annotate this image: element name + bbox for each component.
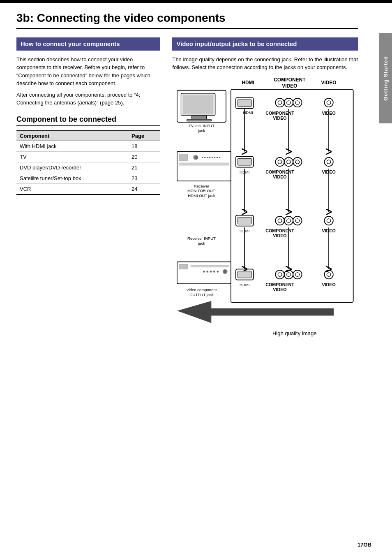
svg-point-46: [284, 157, 293, 166]
table-row: VCR24: [16, 183, 160, 195]
svg-point-87: [278, 272, 282, 276]
svg-point-78: [210, 270, 212, 272]
svg-text:High quality image: High quality image: [272, 330, 317, 336]
component-page: 24: [128, 183, 160, 195]
svg-rect-106: [231, 89, 353, 302]
svg-point-36: [219, 157, 221, 158]
svg-text:COMPONENT: COMPONENT: [274, 77, 306, 83]
svg-point-45: [278, 160, 282, 164]
component-page: 21: [128, 162, 160, 173]
svg-text:OUTPUT jack: OUTPUT jack: [190, 292, 214, 297]
svg-point-59: [278, 218, 282, 222]
svg-point-32: [209, 157, 211, 158]
svg-rect-6: [183, 95, 214, 114]
svg-rect-84: [238, 271, 251, 278]
svg-text:HDMI: HDMI: [240, 283, 250, 287]
svg-point-33: [212, 157, 213, 158]
svg-point-86: [276, 270, 284, 278]
col-header-component: Component: [16, 131, 128, 141]
svg-point-63: [296, 218, 300, 222]
svg-point-20: [325, 98, 333, 107]
svg-text:MONITOR OUT,: MONITOR OUT,: [187, 188, 216, 193]
connection-diagram: HDMI COMPONENT VIDEO VIDEO: [172, 76, 358, 360]
svg-point-49: [296, 160, 300, 164]
main-content: 3b: Connecting the video components How …: [0, 3, 379, 373]
svg-point-76: [203, 270, 205, 272]
table-row: Satellite tuner/Set-top box23: [16, 173, 160, 183]
body-text-1: This section describes how to connect yo…: [16, 56, 160, 88]
svg-text:HDMI OUT jack: HDMI OUT jack: [188, 193, 216, 198]
svg-point-21: [327, 100, 331, 104]
svg-text:VIDEO: VIDEO: [273, 174, 287, 179]
svg-text:VIDEO: VIDEO: [322, 282, 336, 287]
svg-rect-12: [238, 100, 251, 107]
svg-text:Receiver: Receiver: [194, 183, 210, 188]
svg-text:TV, etc. INPUT: TV, etc. INPUT: [189, 123, 214, 128]
svg-text:COMPONENT: COMPONENT: [266, 169, 295, 174]
diagram-container: HDMI COMPONENT VIDEO VIDEO: [172, 76, 358, 361]
svg-point-92: [325, 270, 333, 278]
svg-text:VIDEO: VIDEO: [322, 228, 336, 233]
svg-point-28: [195, 156, 198, 159]
svg-point-77: [207, 270, 209, 272]
svg-rect-56: [238, 217, 251, 224]
component-page: 18: [128, 141, 160, 151]
left-column: How to connect your components This sect…: [16, 37, 160, 361]
page-title: 3b: Connecting the video components: [16, 12, 358, 29]
svg-point-48: [293, 157, 302, 166]
svg-point-91: [296, 272, 300, 276]
svg-text:COMPONENT: COMPONENT: [266, 111, 295, 116]
how-to-connect-header: How to connect your components: [16, 37, 160, 51]
svg-point-80: [217, 270, 219, 272]
component-name: DVD player/DVD recorder: [16, 162, 128, 173]
svg-text:COMPONENT: COMPONENT: [266, 228, 295, 233]
svg-rect-42: [238, 158, 251, 165]
svg-point-79: [213, 270, 215, 272]
svg-point-90: [293, 270, 302, 278]
svg-point-14: [276, 98, 284, 107]
svg-rect-8: [187, 119, 212, 121]
component-name: With HDMI jack: [16, 141, 128, 151]
svg-point-15: [278, 100, 282, 104]
svg-point-60: [284, 216, 293, 225]
col-header-page: Page: [128, 131, 160, 141]
svg-point-58: [276, 216, 284, 225]
component-table: Component Page With HDMI jack18TV20DVD p…: [16, 130, 160, 195]
svg-text:VIDEO: VIDEO: [322, 111, 336, 116]
svg-point-62: [293, 216, 302, 225]
table-row: TV20: [16, 151, 160, 162]
video-io-header: Video input/output jacks to be connected: [172, 37, 358, 51]
two-column-layout: How to connect your components This sect…: [16, 37, 358, 361]
side-tab: Getting Started: [379, 33, 392, 123]
top-bar: [0, 0, 392, 3]
component-table-header: Component to be connected: [16, 115, 160, 126]
svg-point-51: [327, 160, 331, 164]
svg-text:VIDEO: VIDEO: [321, 80, 337, 86]
svg-point-17: [287, 100, 291, 104]
right-column: Video input/output jacks to be connected…: [172, 37, 358, 361]
page-container: Getting Started 3b: Connecting the video…: [0, 0, 392, 556]
svg-marker-107: [177, 301, 334, 323]
svg-rect-73: [191, 265, 229, 267]
component-name: TV: [16, 151, 128, 162]
svg-point-75: [224, 270, 226, 273]
svg-point-65: [327, 218, 331, 222]
side-tab-label: Getting Started: [383, 56, 389, 101]
svg-text:COMPONENT: COMPONENT: [266, 282, 295, 287]
svg-text:VIDEO: VIDEO: [282, 83, 297, 88]
component-page: 23: [128, 173, 160, 183]
component-name: VCR: [16, 183, 128, 195]
svg-point-93: [327, 272, 331, 276]
svg-text:Video component: Video component: [187, 287, 217, 292]
svg-rect-7: [192, 115, 207, 119]
svg-point-29: [202, 157, 203, 158]
svg-point-44: [276, 157, 284, 166]
svg-text:VIDEO: VIDEO: [273, 116, 287, 120]
svg-rect-37: [179, 162, 229, 165]
svg-text:VIDEO: VIDEO: [273, 233, 287, 238]
table-row: With HDMI jack18: [16, 141, 160, 151]
component-page: 20: [128, 151, 160, 162]
svg-text:HDMI: HDMI: [242, 80, 254, 86]
svg-point-47: [287, 160, 291, 164]
svg-point-61: [287, 218, 291, 222]
